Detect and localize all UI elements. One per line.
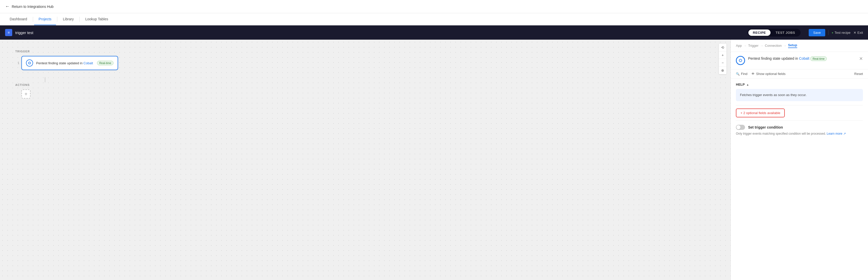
realtime-badge: Real-time — [97, 61, 114, 65]
help-text: Fetches trigger events as soon as they o… — [740, 93, 807, 97]
back-label: Return to Integrations Hub — [12, 5, 54, 9]
panel-trigger-icon-inner — [739, 59, 742, 62]
toggle-knob — [736, 125, 741, 129]
connector-line — [45, 77, 45, 82]
help-header[interactable]: HELP ▲ — [736, 82, 863, 86]
back-arrow-icon: ← — [5, 4, 10, 9]
breadcrumb-nav: App → Trigger → Connection → Setup — [731, 40, 868, 52]
breadcrumb-connection[interactable]: Connection — [765, 44, 782, 47]
nav-divider-2 — [57, 17, 57, 22]
canvas-zoom-out-btn[interactable]: − — [719, 59, 726, 67]
actions-section-label: ACTIONS — [15, 83, 715, 86]
breadcrumb-app[interactable]: App — [736, 44, 742, 47]
help-title: HELP — [736, 82, 745, 86]
canvas-controls: ⟲ + − ⊕ — [719, 44, 726, 74]
find-button[interactable]: 🔍 Find — [736, 72, 747, 76]
learn-more-label: Learn more — [827, 132, 842, 135]
trigger-node-icon — [26, 60, 33, 67]
header-actions: Save ● Test recipe ✕ Exit — [809, 29, 863, 36]
trigger-condition-desc: Only trigger events matching specified c… — [736, 131, 863, 136]
right-panel: App → Trigger → Connection → Setup Pente… — [731, 40, 868, 280]
trigger-row: 1 Pentest finding state updated in Cobal… — [15, 56, 715, 70]
find-label: Find — [741, 72, 747, 76]
trigger-condition-title: Set trigger condition — [748, 125, 783, 129]
exit-x-icon: ✕ — [854, 31, 856, 35]
trigger-node-text: Pentest finding state updated in Cobalt — [36, 61, 94, 65]
find-bar: 🔍 Find 👁 Show optional fields Reset — [731, 69, 868, 78]
canvas-reset-btn[interactable]: ⟲ — [719, 44, 726, 51]
breadcrumb-trigger[interactable]: Trigger — [748, 44, 758, 47]
recipe-toggle: RECIPE TEST JOBS — [748, 29, 801, 37]
panel-close-button[interactable]: ✕ — [859, 56, 863, 62]
external-link-icon: ↗ — [843, 132, 846, 135]
trigger-condition-header: Set trigger condition — [736, 125, 863, 130]
breadcrumb-arrow-3: → — [783, 44, 786, 47]
exit-label: Exit — [857, 31, 863, 35]
trigger-icon-inner — [28, 62, 31, 64]
project-icon: ≡ — [5, 29, 12, 36]
panel-cobalt-link-inner[interactable]: Cobalt — [799, 57, 809, 61]
panel-header-text: Pentest finding state updated in Cobalt … — [748, 56, 856, 61]
add-action-button[interactable]: + — [21, 90, 31, 99]
tab-dashboard[interactable]: Dashboard — [5, 13, 32, 25]
chevron-up-icon: ▲ — [746, 83, 749, 86]
actions-section: ACTIONS + — [15, 77, 715, 99]
help-box: Fetches trigger events as soon as they o… — [736, 89, 863, 101]
nav-tabs: Dashboard Projects Library Lookup Tables — [0, 13, 868, 25]
canvas-fit-btn[interactable]: ⊕ — [719, 67, 726, 74]
panel-content: Pentest finding state updated in Cobalt … — [731, 52, 868, 280]
nav-divider-1 — [33, 17, 33, 22]
trigger-condition-toggle[interactable] — [736, 125, 745, 130]
learn-more-link[interactable]: Learn more ↗ — [827, 132, 846, 135]
eye-icon: 👁 — [751, 72, 755, 76]
trigger-section-label: TRIGGER — [15, 50, 715, 53]
breadcrumb-setup[interactable]: Setup — [788, 43, 797, 48]
save-button[interactable]: Save — [809, 29, 826, 36]
top-bar: ← Return to Integrations Hub — [0, 0, 868, 13]
trigger-condition-description: Only trigger events matching specified c… — [736, 132, 826, 135]
project-header: ≡ trigger test RECIPE TEST JOBS Save ● T… — [0, 25, 868, 40]
main-content: ⟲ + − ⊕ TRIGGER 1 Pentest finding state … — [0, 40, 868, 280]
exit-button[interactable]: ✕ Exit — [854, 31, 863, 35]
canvas-zoom-in-btn[interactable]: + — [719, 51, 726, 59]
show-optional-fields-button[interactable]: 👁 Show optional fields — [751, 72, 785, 76]
breadcrumb-arrow-1: → — [743, 44, 747, 47]
show-optional-label: Show optional fields — [756, 72, 785, 76]
test-recipe-label: Test recipe — [834, 31, 850, 35]
help-section: HELP ▲ Fetches trigger events as soon as… — [731, 78, 868, 105]
reset-button[interactable]: Reset — [854, 72, 863, 76]
tab-projects[interactable]: Projects — [34, 13, 56, 25]
test-recipe-button[interactable]: ● Test recipe — [832, 31, 850, 35]
optional-fields-button[interactable]: + 2 optional fields available — [736, 108, 785, 117]
dot-icon: ● — [832, 31, 833, 34]
recipe-toggle-btn[interactable]: RECIPE — [748, 30, 771, 36]
panel-header: Pentest finding state updated in Cobalt … — [731, 52, 868, 69]
row-number: 1 — [15, 61, 19, 65]
optional-fields-row: + 2 optional fields available — [731, 105, 868, 120]
breadcrumb-arrow-2: → — [760, 44, 764, 47]
header-divider — [828, 30, 829, 35]
trigger-condition-section: Set trigger condition Only trigger event… — [731, 121, 868, 140]
search-icon: 🔍 — [736, 72, 740, 76]
trigger-node[interactable]: Pentest finding state updated in Cobalt … — [21, 56, 118, 70]
panel-trigger-icon — [736, 56, 745, 65]
back-link[interactable]: ← Return to Integrations Hub — [5, 4, 54, 9]
tab-lookup-tables[interactable]: Lookup Tables — [81, 13, 113, 25]
test-jobs-toggle-btn[interactable]: TEST JOBS — [771, 30, 800, 36]
canvas-area: ⟲ + − ⊕ TRIGGER 1 Pentest finding state … — [0, 40, 731, 280]
canvas-inner: TRIGGER 1 Pentest finding state updated … — [0, 40, 731, 109]
trigger-cobalt-link-text[interactable]: Cobalt — [84, 61, 93, 65]
project-title: trigger test — [15, 31, 745, 35]
tab-library[interactable]: Library — [58, 13, 79, 25]
panel-realtime-badge-inner: Real-time — [810, 57, 827, 61]
